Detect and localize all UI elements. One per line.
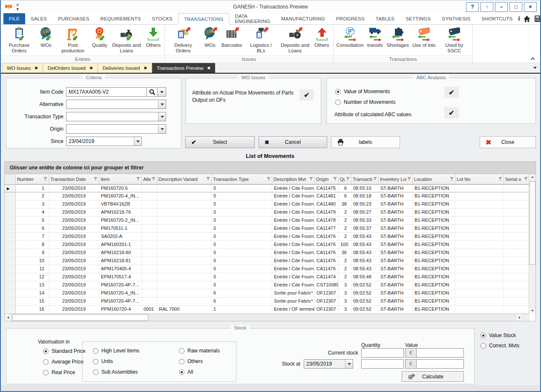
scroll-down-button[interactable] <box>529 307 535 314</box>
row-selector[interactable]: ▶ <box>5 185 16 192</box>
column-header-location[interactable]: Location <box>413 174 455 184</box>
cell-description-variant[interactable] <box>157 200 212 208</box>
cell-alte[interactable] <box>142 233 157 240</box>
cell-qu[interactable]: 2 <box>339 265 351 273</box>
cell-origin[interactable]: OF12307 <box>315 298 339 305</box>
cell-alte[interactable] <box>142 241 157 249</box>
cell-transactio[interactable]: 08:55:27 <box>351 209 379 216</box>
cell-number[interactable]: 9 <box>16 249 49 257</box>
cell-transactio[interactable]: 08:55:43 <box>351 265 379 273</box>
cell-origin[interactable]: CA11478 <box>315 217 339 224</box>
cell-item[interactable]: EPM170517-4 <box>99 273 142 281</box>
combo-arrow-button[interactable] <box>345 360 353 368</box>
cell-qu[interactable]: 2 <box>339 273 351 281</box>
ribbon-button-logistics-bls-issues[interactable]: Logistics / BLs <box>244 26 278 54</box>
cell-location[interactable]: B1-RECEPTION <box>413 192 455 200</box>
select-button[interactable]: ✔ Select <box>185 136 255 148</box>
cell-item[interactable]: PPM160720-4 <box>99 306 142 313</box>
radio-sub-assemblies[interactable]: Sub Assemblies <box>93 369 138 375</box>
radio-number-of-movements[interactable]: Number of Movements <box>335 99 395 105</box>
cell-description-mvt[interactable]: Sortie pour Fabric° <box>272 289 315 297</box>
tab-close-icon[interactable]: ✖ <box>144 66 147 70</box>
cell-serial-o[interactable] <box>504 200 529 208</box>
cell-description-mvt[interactable]: Entrée / Cde Fourn. <box>272 233 315 240</box>
cell-qu[interactable]: 2 <box>339 233 351 240</box>
ribbon-collapse-button[interactable] <box>528 56 537 62</box>
cell-item[interactable]: PM160720-4_IN... <box>99 289 142 297</box>
cell-alte[interactable] <box>142 265 157 273</box>
table-row[interactable]: 1223/05/2019EPM170517-40Entrée / Cde Fou… <box>5 273 529 281</box>
radio-real-price[interactable]: Real Price <box>43 369 75 375</box>
item-code-search-button[interactable] <box>147 87 158 97</box>
table-row[interactable]: 1023/05/2019APM16218-810Entrée / Cde Fou… <box>5 257 529 265</box>
cell-description-variant[interactable] <box>157 217 212 224</box>
cell-transaction-type[interactable]: 0 <box>212 233 272 240</box>
column-header-alte[interactable]: Alte <box>142 174 157 184</box>
cell-qu[interactable]: 38 <box>339 200 351 208</box>
cell-transaction-date[interactable]: 23/05/2019 <box>49 298 99 305</box>
cell-transaction-type[interactable]: 0 <box>212 257 272 265</box>
cell-description-mvt[interactable]: Entrée / Cde Fourn. <box>272 241 315 249</box>
stock-at-date-combo[interactable]: 23/05/2019 <box>304 359 353 369</box>
column-header-inventory-loc[interactable]: Inventory Loc <box>379 174 413 184</box>
cell-origin[interactable]: CA11476 <box>315 241 339 249</box>
maximize-button[interactable]: □ <box>509 2 522 12</box>
cell-transaction-date[interactable]: 23/05/2019 <box>49 209 99 216</box>
cell-location[interactable]: B1-RECEPTION <box>413 306 455 313</box>
cell-description-mvt[interactable]: Entrée / Cde Fourn. <box>272 257 315 265</box>
close-button[interactable]: × <box>524 2 537 12</box>
cell-origin[interactable]: CA11476 <box>315 233 339 240</box>
cell-location[interactable]: B1-RECEPTION <box>413 209 455 216</box>
cell-origin[interactable]: CA11476 <box>315 265 339 273</box>
cell-transaction-type[interactable]: 0 <box>212 192 272 200</box>
cell-item[interactable]: APM16218-81 <box>99 257 142 265</box>
cell-qu[interactable]: 3 <box>339 281 351 289</box>
ribbon-button-wos-issues[interactable]: WOs <box>200 26 220 54</box>
cell-alte[interactable] <box>142 209 157 216</box>
cell-lot-no[interactable] <box>455 217 504 224</box>
cell-lot-no[interactable] <box>455 289 504 297</box>
cell-number[interactable]: 3 <box>16 200 49 208</box>
doc-tabs-dropdown-icon[interactable] <box>533 67 537 71</box>
cell-origin[interactable]: OF12307 <box>315 289 339 297</box>
cell-description-variant[interactable] <box>157 273 212 281</box>
cell-inventory-loc[interactable]: ST-BARTH <box>379 257 413 265</box>
cell-item[interactable]: PM170511-1 <box>99 225 142 232</box>
radio-average-price[interactable]: Average Price <box>43 359 83 365</box>
radio-standard-price[interactable]: Standard Price <box>43 348 85 354</box>
abc-movements-checkbox[interactable] <box>444 87 459 98</box>
cell-description-variant[interactable] <box>157 289 212 297</box>
ribbon-button-delivery-orders-issues[interactable]: Delivery Orders <box>166 26 200 54</box>
cell-alte[interactable] <box>142 273 157 281</box>
cell-location[interactable]: B1-RECEPTION <box>413 225 455 232</box>
calculate-button[interactable]: Calculate <box>402 371 464 382</box>
cell-origin[interactable]: CA11481 <box>315 192 339 200</box>
filter-funnel-icon[interactable] <box>498 177 502 182</box>
cell-transaction-date[interactable]: 23/05/2019 <box>49 249 99 257</box>
item-code-input[interactable] <box>66 87 147 97</box>
cell-serial-o[interactable] <box>504 241 529 249</box>
cell-serial-o[interactable] <box>504 265 529 273</box>
ribbon-button-barcodes-issues[interactable]: Barcodes <box>220 26 244 54</box>
cell-description-variant[interactable] <box>157 192 212 200</box>
cell-description-mvt[interactable]: Entrée / Cde Fourn. <box>272 200 315 208</box>
cell-alte[interactable] <box>142 257 157 265</box>
column-header-qu[interactable]: Qu <box>339 174 351 184</box>
cell-transaction-date[interactable]: 23/05/2019 <box>49 225 99 232</box>
cell-number[interactable]: 15 <box>16 298 49 305</box>
origin-combo[interactable] <box>66 124 166 134</box>
cell-transaction-date[interactable]: 23/05/2019 <box>49 257 99 265</box>
cell-transaction-date[interactable]: 23/05/2019 <box>49 289 99 297</box>
cell-lot-no[interactable] <box>455 249 504 257</box>
cell-inventory-loc[interactable]: ST-BARTH <box>379 225 413 232</box>
cell-origin[interactable]: CA11476 <box>315 257 339 265</box>
quick-access-toggle[interactable]: ≡▾ <box>16 3 19 11</box>
cell-number[interactable]: 6 <box>16 225 49 232</box>
cell-description-variant[interactable] <box>157 257 212 265</box>
horizontal-scroll-thumb[interactable] <box>12 314 148 321</box>
group-by-bar[interactable]: Glisser une entête de colonne ici pour g… <box>4 161 536 174</box>
row-selector[interactable] <box>5 257 16 265</box>
cell-location[interactable]: B1-RECEPTION <box>413 298 455 305</box>
table-row[interactable]: 523/05/2019PM160720-2_IN...0Entrée / Cde… <box>5 217 529 225</box>
cell-serial-o[interactable] <box>504 273 529 281</box>
